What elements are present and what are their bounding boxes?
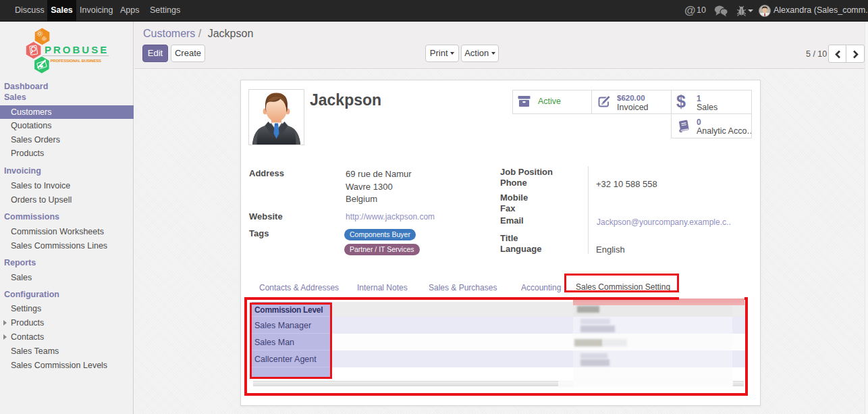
svg-text:PROFESSIONAL BUSINESS: PROFESSIONAL BUSINESS bbox=[51, 59, 102, 63]
svg-text:PROBUSE: PROBUSE bbox=[45, 44, 109, 55]
